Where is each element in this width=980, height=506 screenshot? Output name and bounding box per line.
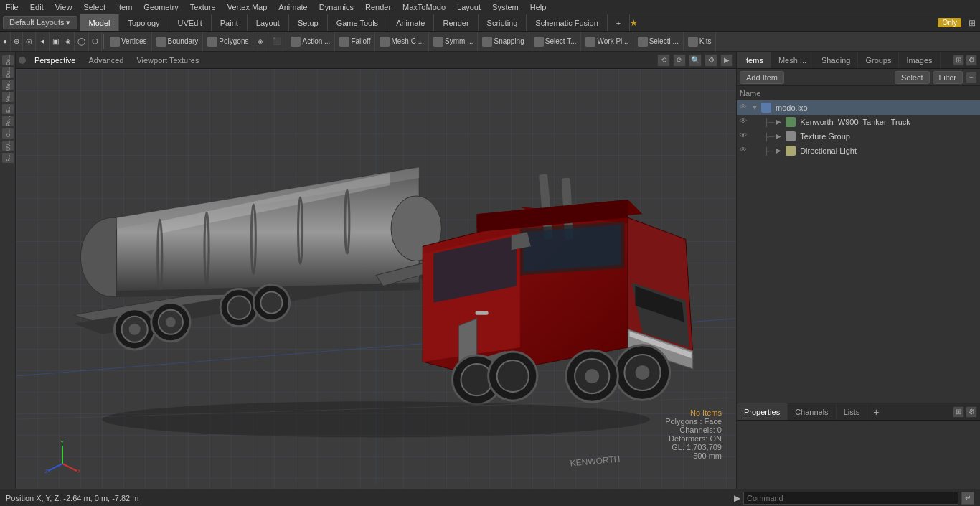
items-select-button[interactable]: Select <box>895 71 930 84</box>
command-input[interactable] <box>743 492 958 505</box>
items-tree[interactable]: 👁▼modo.lxo👁├─▶Kenworth_W900_Tanker_Truck… <box>737 100 980 403</box>
viewport-rotate-right[interactable]: ⟳ <box>673 54 686 67</box>
viewport-dot[interactable] <box>19 57 26 64</box>
viewport-settings[interactable]: ⚙ <box>705 54 717 67</box>
toolbar-btn-mesh-icon[interactable]: Mesh C ... <box>375 32 429 51</box>
viewport-tab-perspective[interactable]: Perspective <box>30 55 80 66</box>
items-panel-tab-mesh-...[interactable]: Mesh ... <box>771 52 814 68</box>
sidebar-btn-0[interactable]: De... <box>1 55 14 66</box>
sidebar-btn-2[interactable]: Me... <box>1 79 14 90</box>
menu-item-render[interactable]: Render <box>359 1 397 13</box>
sidebar-btn-5[interactable]: Po... <box>1 116 14 127</box>
layout-tab-setup[interactable]: Setup <box>289 14 328 31</box>
layout-tab-game-tools[interactable]: Game Tools <box>328 14 388 31</box>
layout-tab-schematic-fusion[interactable]: Schematic Fusion <box>527 14 607 31</box>
menu-item-maxtomodo[interactable]: MaxToModo <box>397 1 451 13</box>
menu-item-system[interactable]: System <box>486 1 524 13</box>
prop-expand-btn[interactable]: ⊞ <box>953 406 964 418</box>
items-panel-tab-groups[interactable]: Groups <box>858 52 899 68</box>
layout-tab-layout[interactable]: Layout <box>248 14 289 31</box>
toolbar-btn-boundary-icon[interactable]: Boundary <box>152 32 204 51</box>
tree-item-truck[interactable]: 👁├─▶Kenworth_W900_Tanker_Truck <box>737 115 980 129</box>
tree-expand-root[interactable]: ▼ <box>751 103 760 112</box>
viewport-zoom[interactable]: 🔍 <box>689 54 702 67</box>
eye-icon-truck[interactable]: 👁 <box>740 117 750 127</box>
panel-settings-btn[interactable]: ⚙ <box>966 55 977 66</box>
toolbar-btn-mode-icon[interactable]: ◈ <box>253 32 268 51</box>
viewport-rotate-left[interactable]: ⟲ <box>657 54 670 67</box>
toolbar-btn-select-icon[interactable]: Select T... <box>529 32 582 51</box>
tree-item-root[interactable]: 👁▼modo.lxo <box>737 100 980 115</box>
items-panel-tab-items[interactable]: Items <box>737 52 771 68</box>
menu-item-view[interactable]: View <box>50 1 78 13</box>
menu-item-layout[interactable]: Layout <box>451 1 486 13</box>
sidebar-btn-1[interactable]: Du... <box>1 67 14 78</box>
menu-item-texture[interactable]: Texture <box>184 1 222 13</box>
toolbar-btn-polygon-icon[interactable]: Polygons <box>203 32 253 51</box>
eye-icon-light[interactable]: 👁 <box>740 146 750 156</box>
items-filter-button[interactable]: Filter <box>933 71 963 84</box>
toolbar-mode-btn-3[interactable]: ◄ <box>36 32 50 51</box>
toolbar-mode-btn-6[interactable]: ◯ <box>75 32 89 51</box>
menu-item-item[interactable]: Item <box>111 1 138 13</box>
toolbar-btn-symm-icon[interactable]: Symm ... <box>429 32 478 51</box>
items-panel-tab-shading[interactable]: Shading <box>814 52 858 68</box>
properties-add-tab[interactable]: + <box>867 404 885 420</box>
sidebar-btn-4[interactable]: E... <box>1 103 14 115</box>
prop-tab-lists[interactable]: Lists <box>837 403 868 420</box>
layout-tab-paint[interactable]: Paint <box>212 14 248 31</box>
viewport-canvas[interactable]: KENWORTH No Items Polygons : Face Channe… <box>16 69 736 489</box>
menu-item-file[interactable]: File <box>0 1 24 13</box>
toolbar-btn-snapping-icon[interactable]: Snapping <box>478 32 529 51</box>
tree-expand-light[interactable]: ▶ <box>776 146 784 155</box>
eye-icon-texgroup[interactable]: 👁 <box>740 131 750 141</box>
tree-item-light[interactable]: 👁├─▶Directional Light <box>737 144 980 158</box>
prop-settings-btn[interactable]: ⚙ <box>966 406 977 418</box>
menu-item-dynamics[interactable]: Dynamics <box>314 1 359 13</box>
viewport-expand[interactable]: ▶ <box>720 54 733 67</box>
toolbar-btn-vertex-icon[interactable]: Vertices <box>105 32 152 51</box>
layout-tab-add[interactable]: + <box>608 14 630 31</box>
toolbar-mode-btn-5[interactable]: ◈ <box>62 32 75 51</box>
menu-item-help[interactable]: Help <box>524 1 552 13</box>
tree-expand-texgroup[interactable]: ▶ <box>776 132 784 141</box>
layout-tab-uvedit[interactable]: UVEdit <box>169 14 212 31</box>
add-item-button[interactable]: Add Item <box>740 71 784 84</box>
menu-item-animate[interactable]: Animate <box>273 1 313 13</box>
menu-item-geometry[interactable]: Geometry <box>138 1 184 13</box>
viewport-tab-advanced[interactable]: Advanced <box>84 55 128 66</box>
toolbar-btn-render-icon[interactable]: ⬛ <box>268 32 286 51</box>
toolbar-mode-btn-1[interactable]: ⊕ <box>11 32 23 51</box>
tree-item-texgroup[interactable]: 👁├─▶Texture Group <box>737 129 980 144</box>
command-arrow[interactable]: ▶ <box>734 493 740 503</box>
sidebar-btn-3[interactable]: Ve... <box>1 91 14 103</box>
toolbar-btn-falloff-icon[interactable]: Falloff <box>335 32 375 51</box>
prop-tab-channels[interactable]: Channels <box>788 403 836 420</box>
sidebar-btn-6[interactable]: C... <box>1 128 14 139</box>
layout-tab-model[interactable]: Model <box>80 14 120 31</box>
layout-tab-render[interactable]: Render <box>434 14 478 31</box>
viewport-tab-viewport-textures[interactable]: Viewport Textures <box>132 55 203 66</box>
prop-tab-properties[interactable]: Properties <box>737 403 788 420</box>
default-layouts-button[interactable]: Default Layouts ▾ <box>3 16 77 29</box>
layout-tab-topology[interactable]: Topology <box>119 14 169 31</box>
command-execute-button[interactable]: ↵ <box>961 492 974 505</box>
eye-icon-root[interactable]: 👁 <box>740 103 750 113</box>
expand-panel-icon[interactable]: ⊞ <box>964 16 980 30</box>
tree-expand-truck[interactable]: ▶ <box>776 118 784 126</box>
toolbar-btn-action-icon[interactable]: Action ... <box>286 32 335 51</box>
toolbar-btn-workplane-icon[interactable]: Work Pl... <box>581 32 633 51</box>
toolbar-mode-btn-4[interactable]: ▣ <box>50 32 62 51</box>
sidebar-btn-7[interactable]: UV... <box>1 140 14 151</box>
sidebar-btn-8[interactable]: F... <box>1 152 14 164</box>
layout-tab-animate[interactable]: Animate <box>387 14 434 31</box>
toolbar-mode-btn-0[interactable]: ● <box>0 32 11 51</box>
items-panel-tab-images[interactable]: Images <box>899 52 940 68</box>
items-minus-btn[interactable]: − <box>966 72 977 83</box>
panel-expand-btn[interactable]: ⊞ <box>953 55 964 66</box>
layout-tab-scripting[interactable]: Scripting <box>479 14 527 31</box>
menu-item-select[interactable]: Select <box>77 1 111 13</box>
menu-item-vertex map[interactable]: Vertex Map <box>222 1 273 13</box>
toolbar-mode-btn-7[interactable]: ⬡ <box>89 32 102 51</box>
toolbar-mode-btn-2[interactable]: ◎ <box>23 32 36 51</box>
